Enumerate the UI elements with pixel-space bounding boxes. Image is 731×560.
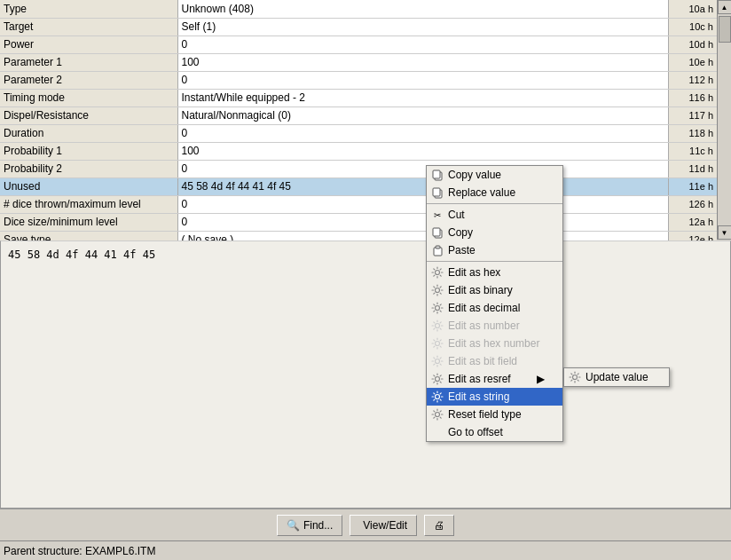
status-text: Parent structure: EXAMPL6.ITM bbox=[4, 545, 155, 557]
copy-icon bbox=[430, 168, 444, 182]
menu-item-paste[interactable]: Paste bbox=[427, 241, 562, 259]
svg-point-17 bbox=[573, 375, 578, 380]
menu-separator bbox=[427, 261, 562, 262]
row-offset: 118 h bbox=[668, 124, 717, 142]
row-value: Instant/While equipped - 2 bbox=[177, 89, 668, 106]
row-offset: 10d h bbox=[668, 35, 717, 53]
row-label: Save type bbox=[0, 231, 177, 241]
table-row[interactable]: Power010d h bbox=[0, 35, 717, 53]
row-value: Unknown (408) bbox=[177, 0, 668, 18]
row-label: Parameter 1 bbox=[0, 53, 177, 71]
menu-item-label: Edit as string bbox=[448, 390, 509, 403]
gear-icon bbox=[430, 265, 444, 280]
row-offset: 117 h bbox=[668, 106, 717, 124]
row-value: 0 bbox=[177, 35, 668, 53]
table-row[interactable]: Parameter 20112 h bbox=[0, 71, 717, 89]
gear-icon bbox=[568, 370, 582, 384]
replace-icon bbox=[430, 185, 444, 200]
submenu-update-value[interactable]: Update value bbox=[564, 368, 669, 386]
vertical-scrollbar[interactable]: ▲ ▼ bbox=[717, 0, 731, 240]
menu-item-go-to-offset[interactable]: Go to offset bbox=[427, 423, 562, 441]
menu-item-edit-as-binary[interactable]: Edit as binary bbox=[427, 281, 562, 299]
menu-item-reset-field-type[interactable]: Reset field type bbox=[427, 406, 562, 423]
row-offset: 11c h bbox=[668, 142, 717, 160]
menu-item-label: Edit as hex bbox=[448, 266, 500, 279]
paste-icon bbox=[430, 243, 444, 257]
row-label: Probability 2 bbox=[0, 160, 177, 177]
row-offset: 116 h bbox=[668, 89, 717, 106]
svg-point-10 bbox=[436, 306, 440, 311]
row-label: Parameter 2 bbox=[0, 71, 177, 89]
menu-item-cut[interactable]: ✂Cut bbox=[427, 206, 562, 224]
row-offset: 12e h bbox=[668, 231, 717, 241]
print-button[interactable]: 🖨 bbox=[424, 515, 454, 536]
row-label: Dispel/Resistance bbox=[0, 106, 177, 124]
row-value: 0 bbox=[177, 71, 668, 89]
menu-item-label: Copy value bbox=[448, 169, 501, 181]
find-icon: 🔍 bbox=[287, 519, 300, 532]
svg-point-15 bbox=[436, 395, 440, 399]
menu-item-edit-as-number: Edit as number bbox=[427, 317, 562, 335]
menu-item-edit-as-decimal[interactable]: Edit as decimal bbox=[427, 299, 562, 317]
context-menu[interactable]: Copy value Replace value✂Cut Copy Paste … bbox=[426, 165, 563, 442]
svg-point-16 bbox=[436, 413, 440, 417]
row-label: Target bbox=[0, 18, 177, 35]
svg-point-9 bbox=[436, 288, 440, 293]
find-button[interactable]: 🔍 Find... bbox=[277, 515, 342, 536]
scroll-up-button[interactable]: ▲ bbox=[718, 0, 732, 14]
view-edit-button[interactable]: View/Edit bbox=[350, 515, 417, 536]
row-offset: 126 h bbox=[668, 195, 717, 213]
svg-rect-3 bbox=[433, 188, 440, 196]
print-icon: 🖨 bbox=[434, 519, 444, 532]
row-label: Probability 1 bbox=[0, 142, 177, 160]
table-row[interactable]: Dispel/ResistanceNatural/Nonmagical (0)1… bbox=[0, 106, 717, 124]
svg-point-14 bbox=[436, 377, 440, 382]
menu-item-edit-as-hex[interactable]: Edit as hex bbox=[427, 264, 562, 281]
menu-item-label: Copy bbox=[448, 226, 473, 239]
menu-item-label: Edit as number bbox=[448, 319, 520, 332]
table-row[interactable]: Parameter 110010e h bbox=[0, 53, 717, 71]
gear-icon bbox=[430, 283, 444, 297]
context-menu-container: Copy value Replace value✂Cut Copy Paste … bbox=[426, 165, 670, 442]
menu-item-label: Reset field type bbox=[448, 408, 522, 421]
menu-item-edit-as-hex-number: Edit as hex number bbox=[427, 335, 562, 352]
svg-point-13 bbox=[436, 359, 440, 364]
menu-item-edit-as-resref[interactable]: Edit as resref▶ bbox=[427, 370, 562, 388]
menu-item-label: Edit as hex number bbox=[448, 337, 539, 350]
table-row[interactable]: Probability 110011c h bbox=[0, 142, 717, 160]
svg-rect-1 bbox=[433, 170, 440, 178]
svg-point-12 bbox=[436, 342, 440, 346]
table-row[interactable]: Duration0118 h bbox=[0, 124, 717, 142]
table-row[interactable]: TypeUnknown (408)10a h bbox=[0, 0, 717, 18]
svg-point-8 bbox=[436, 271, 440, 275]
menu-item-label: Paste bbox=[448, 244, 476, 256]
row-label: Dice size/minimum level bbox=[0, 213, 177, 231]
table-row[interactable]: Timing modeInstant/While equipped - 2116… bbox=[0, 89, 717, 106]
row-value: 0 bbox=[177, 124, 668, 142]
svg-rect-5 bbox=[433, 228, 440, 236]
scroll-down-button[interactable]: ▼ bbox=[718, 225, 732, 240]
menu-item-copy-value[interactable]: Copy value bbox=[427, 166, 562, 184]
gear-icon bbox=[430, 407, 444, 422]
menu-item-edit-as-string[interactable]: Edit as string bbox=[427, 388, 562, 406]
scroll-thumb[interactable] bbox=[719, 16, 731, 43]
row-value: 100 bbox=[177, 53, 668, 71]
svg-rect-7 bbox=[436, 246, 440, 248]
menu-item-replace-value[interactable]: Replace value bbox=[427, 184, 562, 201]
preview-text: 45 58 4d 4f 44 41 4f 45 bbox=[4, 245, 159, 264]
submenu-update-value-label: Update value bbox=[586, 371, 648, 383]
submenu-popup[interactable]: Update value bbox=[563, 367, 670, 387]
row-label: Timing mode bbox=[0, 89, 177, 106]
gear-icon bbox=[430, 319, 444, 333]
table-row[interactable]: TargetSelf (1)10c h bbox=[0, 18, 717, 35]
row-offset: 112 h bbox=[668, 71, 717, 89]
row-value: Self (1) bbox=[177, 18, 668, 35]
menu-item-label: Cut bbox=[448, 209, 465, 221]
row-label: Power bbox=[0, 35, 177, 53]
menu-item-label: Edit as bit field bbox=[448, 355, 517, 367]
menu-item-copy[interactable]: Copy bbox=[427, 224, 562, 241]
menu-item-label: Go to offset bbox=[448, 426, 503, 438]
row-value: 100 bbox=[177, 142, 668, 160]
row-offset: 10c h bbox=[668, 18, 717, 35]
menu-item-label: Edit as decimal bbox=[448, 302, 520, 314]
